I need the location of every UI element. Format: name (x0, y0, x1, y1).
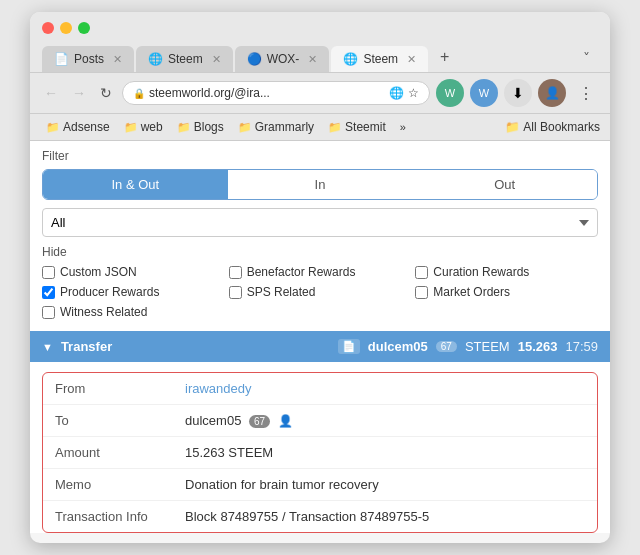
transfer-doc-icon: 📄 (338, 339, 360, 354)
address-bar[interactable]: 🔒 steemworld.org/@ira... 🌐 ☆ (122, 81, 430, 105)
tab-steem1-label: Steem (168, 52, 203, 66)
detail-to-row: To dulcem05 67 👤 (43, 405, 597, 437)
detail-tx-row: Transaction Info Block 87489755 / Transa… (43, 501, 597, 532)
checkbox-sps-input[interactable] (229, 286, 242, 299)
back-button[interactable]: ← (40, 83, 62, 103)
translate-icon: 🌐 (389, 86, 404, 100)
filter-select-row: All (42, 208, 598, 237)
transfer-user: dulcem05 (368, 339, 428, 354)
checkbox-sps[interactable]: SPS Related (229, 285, 412, 299)
filter-section: Filter In & Out In Out All Hide Custom J… (30, 141, 610, 327)
extensions-icon[interactable]: W (436, 79, 464, 107)
detail-amount-key: Amount (55, 445, 185, 460)
checkbox-custom-json-input[interactable] (42, 266, 55, 279)
detail-to-user[interactable]: dulcem05 (185, 413, 241, 428)
tab-posts-close[interactable]: ✕ (113, 53, 122, 66)
checkbox-market-label: Market Orders (433, 285, 510, 299)
detail-block-link[interactable]: Block 87489755 (185, 509, 278, 524)
bookmark-blogs[interactable]: 📁 Blogs (171, 118, 230, 136)
tab-steem1[interactable]: 🌐 Steem ✕ (136, 46, 233, 72)
profile-icon[interactable]: W (470, 79, 498, 107)
bookmark-steemit[interactable]: 📁 Steemit (322, 118, 392, 136)
detail-to-user-icon: 👤 (278, 414, 293, 428)
bookmarks-all[interactable]: 📁 All Bookmarks (505, 120, 600, 134)
detail-card: From irawandedy To dulcem05 67 👤 Amount … (42, 372, 598, 533)
bookmark-steemit-label: Steemit (345, 120, 386, 134)
tab-active-label: Steem (363, 52, 398, 66)
filter-select[interactable]: All (42, 208, 598, 237)
checkbox-benefactor-input[interactable] (229, 266, 242, 279)
tab-wox-close[interactable]: ✕ (308, 53, 317, 66)
bookmark-adsense-label: Adsense (63, 120, 110, 134)
new-tab-button[interactable]: + (430, 42, 459, 72)
tab-posts[interactable]: 📄 Posts ✕ (42, 46, 134, 72)
bookmark-grammarly-label: Grammarly (255, 120, 314, 134)
star-icon[interactable]: ☆ (408, 86, 419, 100)
tab-wox[interactable]: 🔵 WOX- ✕ (235, 46, 330, 72)
folder-icon: 📁 (46, 121, 60, 134)
checkbox-curation-input[interactable] (415, 266, 428, 279)
filter-label: Filter (42, 149, 598, 163)
checkbox-sps-label: SPS Related (247, 285, 316, 299)
detail-amount-row: Amount 15.263 STEEM (43, 437, 597, 469)
bookmark-web[interactable]: 📁 web (118, 118, 169, 136)
minimize-button[interactable] (60, 22, 72, 34)
menu-icon[interactable]: ⋮ (572, 79, 600, 107)
transfer-label: Transfer (61, 339, 330, 354)
filter-tab-inout[interactable]: In & Out (43, 170, 228, 199)
detail-to-badge: 67 (249, 415, 270, 428)
tab-wox-icon: 🔵 (247, 52, 262, 66)
checkbox-market[interactable]: Market Orders (415, 285, 598, 299)
checkbox-grid: Custom JSON Benefactor Rewards Curation … (42, 265, 598, 319)
lock-icon: 🔒 (133, 88, 145, 99)
checkbox-producer[interactable]: Producer Rewards (42, 285, 225, 299)
checkbox-curation[interactable]: Curation Rewards (415, 265, 598, 279)
forward-button[interactable]: → (68, 83, 90, 103)
close-button[interactable] (42, 22, 54, 34)
avatar[interactable]: 👤 (538, 79, 566, 107)
download-icon[interactable]: ⬇ (504, 79, 532, 107)
filter-tab-out[interactable]: Out (412, 170, 597, 199)
transfer-badge: 67 (436, 341, 457, 352)
bookmark-web-label: web (141, 120, 163, 134)
detail-to-value: dulcem05 67 👤 (185, 413, 293, 428)
detail-to-key: To (55, 413, 185, 428)
tabs-chevron[interactable]: ˅ (575, 44, 598, 72)
folder-icon: 📁 (124, 121, 138, 134)
checkbox-witness-input[interactable] (42, 306, 55, 319)
transfer-row[interactable]: ▼ Transfer 📄 dulcem05 67 STEEM 15.263 17… (30, 331, 610, 362)
detail-tx-separator: / (282, 509, 289, 524)
checkbox-market-input[interactable] (415, 286, 428, 299)
detail-tx-value: Block 87489755 / Transaction 87489755-5 (185, 509, 429, 524)
folder-icon: 📁 (505, 120, 520, 134)
folder-icon: 📁 (328, 121, 342, 134)
checkbox-witness[interactable]: Witness Related (42, 305, 225, 319)
bookmarks-bar: 📁 Adsense 📁 web 📁 Blogs 📁 Grammarly 📁 St… (30, 114, 610, 141)
transfer-time: 17:59 (565, 339, 598, 354)
checkbox-witness-label: Witness Related (60, 305, 147, 319)
hide-label: Hide (42, 245, 598, 259)
maximize-button[interactable] (78, 22, 90, 34)
checkbox-curation-label: Curation Rewards (433, 265, 529, 279)
tab-steem1-close[interactable]: ✕ (212, 53, 221, 66)
checkbox-benefactor-label: Benefactor Rewards (247, 265, 356, 279)
detail-tx-link[interactable]: Transaction 87489755-5 (289, 509, 429, 524)
tab-wox-label: WOX- (267, 52, 300, 66)
folder-icon: 📁 (238, 121, 252, 134)
tab-active-close[interactable]: ✕ (407, 53, 416, 66)
checkbox-producer-input[interactable] (42, 286, 55, 299)
bookmarks-more[interactable]: » (394, 119, 412, 135)
refresh-button[interactable]: ↻ (96, 83, 116, 103)
detail-from-row: From irawandedy (43, 373, 597, 405)
tab-posts-icon: 📄 (54, 52, 69, 66)
bookmark-grammarly[interactable]: 📁 Grammarly (232, 118, 320, 136)
checkbox-custom-json[interactable]: Custom JSON (42, 265, 225, 279)
detail-amount-value: 15.263 STEEM (185, 445, 273, 460)
detail-from-key: From (55, 381, 185, 396)
tab-steem-active[interactable]: 🌐 Steem ✕ (331, 46, 428, 72)
bookmark-adsense[interactable]: 📁 Adsense (40, 118, 116, 136)
filter-tab-in[interactable]: In (228, 170, 413, 199)
checkbox-benefactor[interactable]: Benefactor Rewards (229, 265, 412, 279)
detail-from-value[interactable]: irawandedy (185, 381, 252, 396)
detail-memo-row: Memo Donation for brain tumor recovery (43, 469, 597, 501)
